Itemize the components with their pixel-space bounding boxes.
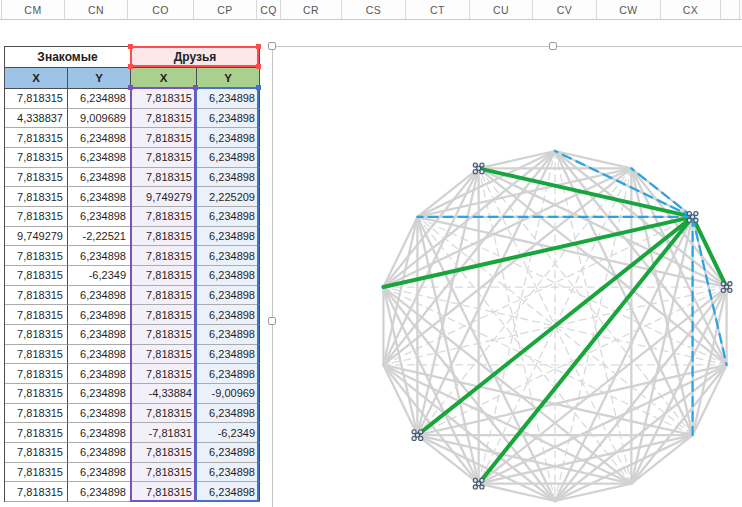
cell-r10-c3[interactable]: 7,818315 <box>131 266 197 286</box>
chart-resize-handle-leftcenter[interactable] <box>268 317 276 325</box>
cell-r16-c3[interactable]: -4,33884 <box>131 384 197 404</box>
cell-r19-c1[interactable]: 7,818315 <box>5 443 68 463</box>
column-header-CP[interactable]: CP <box>194 0 257 19</box>
red-range-handle-tr[interactable] <box>256 44 261 49</box>
cell-r13-c4[interactable]: 6,234898 <box>197 325 260 345</box>
column-header-CO[interactable]: CO <box>128 0 194 19</box>
cell-r17-c1[interactable]: 7,818315 <box>5 404 68 424</box>
cell-r1-c3[interactable]: 7,818315 <box>131 89 197 109</box>
chart-resize-handle-topleft[interactable] <box>268 42 276 50</box>
cell-r19-c3[interactable]: 7,818315 <box>131 443 197 463</box>
cell-r5-c3[interactable]: 7,818315 <box>131 168 197 188</box>
cell-r9-c2[interactable]: 6,234898 <box>68 246 131 266</box>
cell-r15-c4[interactable]: 6,234898 <box>197 364 260 384</box>
sub-header-1[interactable]: Y <box>68 68 131 89</box>
cell-r19-c4[interactable]: 6,234898 <box>197 443 260 463</box>
cell-r7-c3[interactable]: 7,818315 <box>131 207 197 227</box>
cell-r13-c3[interactable]: 7,818315 <box>131 325 197 345</box>
column-header-CX[interactable]: CX <box>661 0 721 19</box>
cell-r4-c3[interactable]: 7,818315 <box>131 148 197 168</box>
cell-r20-c2[interactable]: 6,234898 <box>68 463 131 483</box>
cell-r11-c4[interactable]: 6,234898 <box>197 286 260 306</box>
group-header-druzya[interactable]: Друзья <box>131 47 260 68</box>
column-header-CU[interactable]: CU <box>470 0 533 19</box>
purple-range-handle-tr[interactable] <box>193 85 198 90</box>
cell-r6-c2[interactable]: 6,234898 <box>68 187 131 207</box>
cell-r10-c1[interactable]: 7,818315 <box>5 266 68 286</box>
cell-r2-c4[interactable]: 6,234898 <box>197 109 260 129</box>
cell-r13-c1[interactable]: 7,818315 <box>5 325 68 345</box>
cell-r12-c2[interactable]: 6,234898 <box>68 305 131 325</box>
cell-r6-c1[interactable]: 7,818315 <box>5 187 68 207</box>
group-header-znakomye[interactable]: Знакомые <box>5 47 131 68</box>
cell-r10-c4[interactable]: 6,234898 <box>197 266 260 286</box>
cell-r18-c3[interactable]: -7,81831 <box>131 423 197 443</box>
cell-r17-c3[interactable]: 7,818315 <box>131 404 197 424</box>
column-header-blank[interactable] <box>721 0 740 19</box>
cell-r20-c1[interactable]: 7,818315 <box>5 463 68 483</box>
sub-header-2[interactable]: X <box>131 68 197 89</box>
cell-r10-c2[interactable]: -6,2349 <box>68 266 131 286</box>
cell-r14-c1[interactable]: 7,818315 <box>5 345 68 365</box>
cell-r7-c2[interactable]: 6,234898 <box>68 207 131 227</box>
cell-r1-c2[interactable]: 6,234898 <box>68 89 131 109</box>
cell-r3-c4[interactable]: 6,234898 <box>197 128 260 148</box>
cell-r20-c4[interactable]: 6,234898 <box>197 463 260 483</box>
column-header-CN[interactable]: CN <box>65 0 128 19</box>
cell-r21-c1[interactable]: 7,818315 <box>5 482 68 502</box>
cell-r20-c3[interactable]: 7,818315 <box>131 463 197 483</box>
column-header-CS[interactable]: CS <box>342 0 406 19</box>
cell-r3-c2[interactable]: 6,234898 <box>68 128 131 148</box>
cell-r16-c1[interactable]: 7,818315 <box>5 384 68 404</box>
cell-r5-c2[interactable]: 6,234898 <box>68 168 131 188</box>
cell-r1-c4[interactable]: 6,234898 <box>197 89 260 109</box>
cell-r16-c2[interactable]: 6,234898 <box>68 384 131 404</box>
cell-r18-c1[interactable]: 7,818315 <box>5 423 68 443</box>
cell-r1-c1[interactable]: 7,818315 <box>5 89 68 109</box>
cell-r6-c3[interactable]: 9,749279 <box>131 187 197 207</box>
cell-r17-c4[interactable]: 6,234898 <box>197 404 260 424</box>
column-header-CW[interactable]: CW <box>597 0 661 19</box>
column-header-CR[interactable]: CR <box>281 0 342 19</box>
chart-object[interactable] <box>272 46 742 507</box>
cell-r14-c4[interactable]: 6,234898 <box>197 345 260 365</box>
cell-r5-c1[interactable]: 7,818315 <box>5 168 68 188</box>
cell-r14-c3[interactable]: 7,818315 <box>131 345 197 365</box>
column-header-CM[interactable]: CM <box>2 0 65 19</box>
cell-r4-c2[interactable]: 6,234898 <box>68 148 131 168</box>
cell-r7-c1[interactable]: 7,818315 <box>5 207 68 227</box>
cell-r15-c2[interactable]: 6,234898 <box>68 364 131 384</box>
cell-r8-c4[interactable]: 6,234898 <box>197 227 260 247</box>
red-range-handle-bl[interactable] <box>128 64 133 69</box>
cell-r21-c3[interactable]: 7,818315 <box>131 482 197 502</box>
red-range-handle-br[interactable] <box>256 64 261 69</box>
purple-range-handle-tl[interactable] <box>128 85 133 90</box>
cell-r3-c1[interactable]: 7,818315 <box>5 128 68 148</box>
cell-r8-c1[interactable]: 9,749279 <box>5 227 68 247</box>
column-header-CT[interactable]: CT <box>406 0 470 19</box>
cell-r18-c2[interactable]: 6,234898 <box>68 423 131 443</box>
cell-r11-c1[interactable]: 7,818315 <box>5 286 68 306</box>
blue-range-handle-tr[interactable] <box>256 85 261 90</box>
column-header-CQ[interactable]: CQ <box>257 0 281 19</box>
cell-r9-c3[interactable]: 7,818315 <box>131 246 197 266</box>
cell-r15-c3[interactable]: 7,818315 <box>131 364 197 384</box>
cell-r13-c2[interactable]: 6,234898 <box>68 325 131 345</box>
cell-r16-c4[interactable]: -9,00969 <box>197 384 260 404</box>
cell-r2-c1[interactable]: 4,338837 <box>5 109 68 129</box>
cell-r4-c4[interactable]: 6,234898 <box>197 148 260 168</box>
cell-r7-c4[interactable]: 6,234898 <box>197 207 260 227</box>
cell-r21-c4[interactable]: 6,234898 <box>197 482 260 502</box>
column-header-CV[interactable]: CV <box>533 0 597 19</box>
chart-resize-handle-topcenter[interactable] <box>549 42 557 50</box>
cell-r15-c1[interactable]: 7,818315 <box>5 364 68 384</box>
red-range-handle-tl[interactable] <box>128 44 133 49</box>
cell-r2-c2[interactable]: 9,009689 <box>68 109 131 129</box>
cell-r4-c1[interactable]: 7,818315 <box>5 148 68 168</box>
cell-r8-c3[interactable]: 7,818315 <box>131 227 197 247</box>
sub-header-3[interactable]: Y <box>197 68 260 89</box>
cell-r12-c3[interactable]: 7,818315 <box>131 305 197 325</box>
cell-r19-c2[interactable]: 6,234898 <box>68 443 131 463</box>
cell-r8-c2[interactable]: -2,22521 <box>68 227 131 247</box>
cell-r12-c4[interactable]: 6,234898 <box>197 305 260 325</box>
